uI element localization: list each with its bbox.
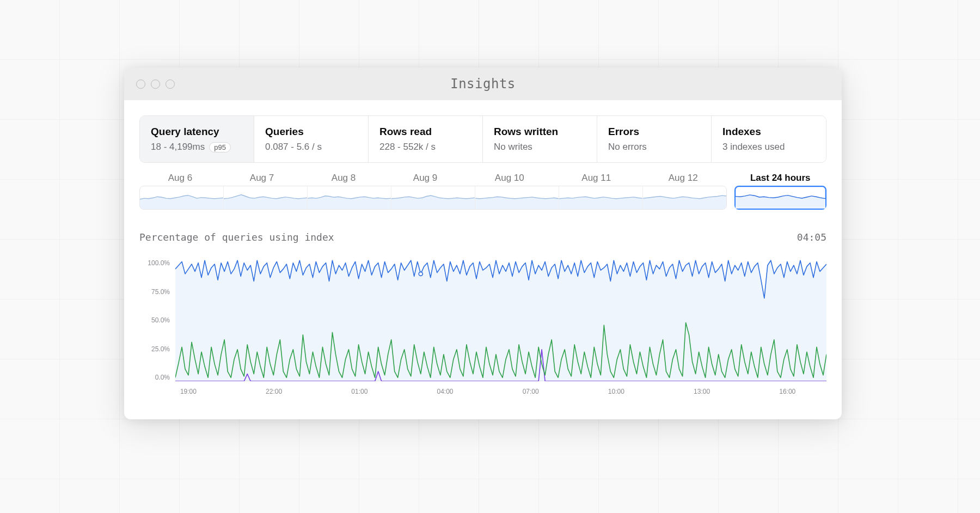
- chart-header: Percentage of queries using index 04:05: [139, 231, 826, 243]
- window-title: Insights: [124, 76, 842, 91]
- y-tick: 25.0%: [139, 345, 170, 353]
- day-col[interactable]: Aug 9: [384, 170, 466, 186]
- day-label: Aug 8: [303, 170, 384, 184]
- x-tick: 04:00: [437, 388, 453, 395]
- x-tick: 01:00: [351, 388, 367, 395]
- x-tick: 19:00: [180, 388, 197, 395]
- y-tick: 75.0%: [139, 288, 170, 296]
- svg-point-1: [419, 272, 422, 276]
- date-range-row: Aug 6 Aug 7 Aug 8 Aug 9 Aug 10 Aug 11 Au…: [139, 170, 826, 210]
- tab-rows-written[interactable]: Rows written No writes: [483, 116, 597, 162]
- x-tick: 07:00: [523, 388, 539, 395]
- x-tick: 13:00: [694, 388, 710, 395]
- insights-window: Insights Query latency 18 - 4,199ms p95 …: [124, 68, 842, 419]
- tab-title: Errors: [608, 126, 700, 138]
- sparkline-cell[interactable]: [643, 186, 726, 209]
- tab-subtitle: 0.087 - 5.6 / s: [265, 142, 357, 152]
- sparkline-cell[interactable]: [224, 186, 308, 209]
- x-tick: 16:00: [779, 388, 795, 395]
- tab-title: Rows written: [494, 126, 586, 138]
- y-tick: 100.0%: [139, 259, 170, 267]
- day-label: Aug 12: [640, 170, 726, 184]
- sparkline-cell[interactable]: [140, 186, 224, 209]
- day-col[interactable]: Aug 8: [303, 170, 384, 186]
- y-tick: 50.0%: [139, 316, 170, 324]
- tab-rows-read[interactable]: Rows read 228 - 552k / s: [369, 116, 483, 162]
- tab-title: Indexes: [722, 126, 815, 138]
- sparkline-cell[interactable]: [475, 186, 559, 209]
- day-label: Aug 11: [553, 170, 640, 184]
- chart-time: 04:05: [797, 231, 826, 243]
- x-axis-labels: 19:0022:0001:0004:0007:0010:0013:0016:00: [175, 384, 826, 401]
- percentile-badge: p95: [209, 142, 231, 152]
- tab-title: Query latency: [151, 126, 243, 138]
- sparkline-selected[interactable]: [734, 186, 826, 210]
- chart-plot-area[interactable]: [175, 259, 826, 381]
- day-col[interactable]: Aug 10: [466, 170, 553, 186]
- sparkline-row[interactable]: [139, 186, 727, 210]
- sparkline-cell[interactable]: [308, 186, 391, 209]
- index-usage-chart: 100.0% 75.0% 50.0% 25.0% 0.0% 19:0022:00…: [139, 259, 826, 401]
- sparkline-cell[interactable]: [391, 186, 475, 209]
- tab-title: Queries: [265, 126, 357, 138]
- tab-title: Rows read: [379, 126, 471, 138]
- day-label: Aug 7: [221, 170, 303, 184]
- day-col[interactable]: Aug 11: [553, 170, 640, 186]
- tab-subtitle: 18 - 4,199ms p95: [151, 142, 243, 152]
- metric-tabs: Query latency 18 - 4,199ms p95 Queries 0…: [139, 115, 826, 163]
- tab-queries[interactable]: Queries 0.087 - 5.6 / s: [254, 116, 369, 162]
- tab-subtitle: 3 indexes used: [722, 142, 815, 152]
- tab-subtitle: No writes: [494, 142, 586, 152]
- y-axis-labels: 100.0% 75.0% 50.0% 25.0% 0.0%: [139, 259, 173, 381]
- day-label: Aug 10: [466, 170, 553, 184]
- titlebar: Insights: [124, 68, 842, 100]
- last-24h-label: Last 24 hours: [734, 170, 826, 184]
- tab-subtitle: No errors: [608, 142, 700, 152]
- day-col[interactable]: Aug 7: [221, 170, 303, 186]
- day-label: Aug 6: [139, 170, 221, 184]
- x-tick: 22:00: [266, 388, 282, 395]
- tab-indexes[interactable]: Indexes 3 indexes used: [712, 116, 826, 162]
- tab-errors[interactable]: Errors No errors: [597, 116, 712, 162]
- window-body: Query latency 18 - 4,199ms p95 Queries 0…: [124, 100, 842, 419]
- x-tick: 10:00: [608, 388, 624, 395]
- day-col[interactable]: Aug 6: [139, 170, 221, 186]
- day-col[interactable]: Aug 12: [640, 170, 726, 186]
- day-label: Aug 9: [384, 170, 466, 184]
- tab-subtitle: 228 - 552k / s: [379, 142, 471, 152]
- y-tick: 0.0%: [139, 374, 170, 381]
- tab-sub-text: 18 - 4,199ms: [151, 142, 205, 152]
- chart-title: Percentage of queries using index: [139, 231, 334, 243]
- tab-query-latency[interactable]: Query latency 18 - 4,199ms p95: [140, 116, 254, 162]
- sparkline-cell[interactable]: [559, 186, 643, 209]
